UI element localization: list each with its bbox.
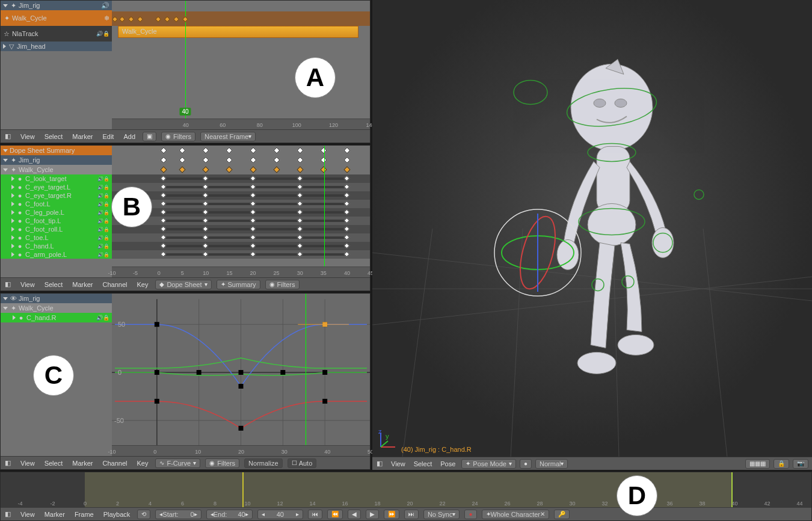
dope-rig-row[interactable]: ✦ Jim_rig <box>1 155 112 165</box>
auto-toggle[interactable]: ☐ Auto <box>288 458 317 468</box>
insert-key-icon[interactable]: 🔑 <box>554 510 570 519</box>
expand-icon[interactable] <box>13 315 16 320</box>
expand-icon[interactable] <box>3 159 8 162</box>
menu-view[interactable]: View <box>18 458 37 468</box>
svg-rect-24 <box>155 370 159 375</box>
expand-icon[interactable] <box>3 297 8 300</box>
menu-view[interactable]: View <box>18 132 37 141</box>
nla-track-jim-rig[interactable]: ✦ Jim_rig 🔊 <box>1 1 112 10</box>
expand-icon[interactable] <box>3 168 8 171</box>
summary-toggle[interactable]: ✦ Summary <box>217 280 260 289</box>
playhead[interactable] <box>306 294 306 456</box>
menu-view[interactable]: View <box>18 510 37 519</box>
prev-key-icon[interactable]: ⏪ <box>327 510 343 519</box>
normalize-toggle[interactable]: Normalize <box>244 458 283 468</box>
editor-type-icon[interactable]: ◧ <box>376 460 383 467</box>
menu-marker[interactable]: Marker <box>70 458 95 468</box>
expand-icon[interactable] <box>3 149 8 152</box>
menu-marker[interactable]: Marker <box>70 280 95 289</box>
jump-end-icon[interactable]: ⏭ <box>404 510 419 519</box>
dope-summary-row[interactable]: Dope Sheet Summary <box>1 146 112 155</box>
nla-track-nlatrack[interactable]: ☆ NlaTrack 🔊🔒 <box>1 26 112 42</box>
keying-set[interactable]: ✦ Whole Character ✕ <box>482 510 550 519</box>
menu-edit[interactable]: Edit <box>100 132 116 141</box>
nla-track-jim-head[interactable]: ▽ Jim_head <box>1 42 112 51</box>
rewind-icon[interactable]: ⟲ <box>137 510 150 519</box>
menu-select[interactable]: Select <box>42 280 66 289</box>
shading-dropdown[interactable]: Normal ▾ <box>535 459 568 469</box>
layers-widget[interactable]: ▦▦▦ <box>745 459 770 469</box>
menu-playback[interactable]: Playback <box>101 510 133 519</box>
record-button[interactable]: ● <box>464 510 476 519</box>
menu-view[interactable]: View <box>18 280 37 289</box>
nla-track-walk-cycle[interactable]: ✦ Walk_Cycle ❄ <box>1 10 112 26</box>
graph-channel-row[interactable]: ● C_hand.R 🔊🔒 <box>1 313 112 322</box>
menu-key[interactable]: Key <box>134 458 150 468</box>
expand-icon[interactable] <box>3 44 6 49</box>
render-icon[interactable]: 📷 <box>793 459 808 469</box>
mode-dropdown[interactable]: ∿ F-Curve ▾ <box>155 458 200 468</box>
play-reverse-icon[interactable]: ◀ <box>348 510 361 519</box>
dope-channel-0[interactable]: ●C_look_target🔊🔒 <box>1 174 112 183</box>
menu-marker[interactable]: Marker <box>42 510 67 519</box>
dope-channel-6[interactable]: ●C_foot_roll.L🔊🔒 <box>1 225 112 233</box>
mode-dropdown[interactable]: ◆ Dope Sheet ▾ <box>155 280 211 289</box>
rotation-gizmo[interactable] <box>490 205 586 301</box>
menu-add[interactable]: Add <box>121 132 138 141</box>
graph-curve-area[interactable]: 500-50 40 <box>112 294 370 456</box>
graph-rig-row[interactable]: 👁 Jim_rig <box>1 294 112 303</box>
graph-ruler[interactable]: -1001020304050 <box>112 445 370 456</box>
menu-pose[interactable]: Pose <box>438 459 458 469</box>
filters-button[interactable]: ◉ Filters <box>161 132 195 141</box>
start-field[interactable]: ◂ Start: 0 ▸ <box>155 510 201 519</box>
expand-icon[interactable] <box>3 4 8 7</box>
dope-channel-2[interactable]: ●C_eye_target.R🔊🔒 <box>1 191 112 200</box>
filters-button[interactable]: ◉ Filters <box>205 458 239 468</box>
mode-dropdown[interactable]: ✦ Pose Mode ▾ <box>461 459 516 469</box>
cursor-button[interactable]: ▣ <box>143 132 156 141</box>
nla-ruler[interactable]: 406080100120140 <box>112 119 370 129</box>
dope-channel-8[interactable]: ●C_hand.L🔊🔒 <box>1 242 112 250</box>
next-key-icon[interactable]: ⏩ <box>384 510 399 519</box>
lock-camera-icon[interactable]: 🔒 <box>774 459 789 469</box>
menu-frame[interactable]: Frame <box>72 510 96 519</box>
dope-channel-3[interactable]: ●C_foot.L🔊🔒 <box>1 200 112 208</box>
editor-type-icon[interactable]: ◧ <box>4 281 11 288</box>
menu-select[interactable]: Select <box>42 132 66 141</box>
menu-channel[interactable]: Channel <box>100 458 129 468</box>
dope-channel-5[interactable]: ●C_foot_tip.L🔊🔒 <box>1 217 112 225</box>
menu-channel[interactable]: Channel <box>100 280 129 289</box>
frame-field[interactable]: ◂ 40 ▸ <box>257 510 303 519</box>
dope-channel-9[interactable]: ●C_arm_pole.L🔊🔒 <box>1 250 112 259</box>
dope-channel-1[interactable]: ●C_eye_target.L🔊🔒 <box>1 183 112 191</box>
editor-type-icon[interactable]: ◧ <box>4 460 11 467</box>
play-icon[interactable]: ▶ <box>366 510 379 519</box>
jump-start-icon[interactable]: ⏮ <box>308 510 322 519</box>
dope-channel-7[interactable]: ●C_toe.L🔊🔒 <box>1 233 112 242</box>
rig-label: Jim_rig <box>19 156 40 164</box>
sync-dropdown[interactable]: No Sync ▾ <box>423 510 460 519</box>
action-strip[interactable]: Walk_Cycle <box>118 26 358 38</box>
menu-select[interactable]: Select <box>411 459 435 469</box>
expand-icon[interactable] <box>3 307 8 310</box>
eye-icon[interactable]: 👁 <box>10 295 17 302</box>
menu-key[interactable]: Key <box>134 280 150 289</box>
dope-channel-4[interactable]: ●C_leg_pole.L🔊🔒 <box>1 208 112 217</box>
filters-button[interactable]: ◉ Filters <box>265 280 300 289</box>
editor-type-icon[interactable]: ◧ <box>4 511 11 518</box>
shading-solid[interactable]: ● <box>520 459 532 469</box>
menu-select[interactable]: Select <box>42 458 66 468</box>
snap-dropdown[interactable]: Nearest Frame ▾ <box>200 132 256 141</box>
graph-action-row[interactable]: ✦ Walk_Cycle <box>1 303 112 313</box>
menu-marker[interactable]: Marker <box>70 132 95 141</box>
menu-view[interactable]: View <box>389 459 408 469</box>
dope-action-row[interactable]: ✦ Walk_Cycle <box>1 165 112 174</box>
speaker-icon[interactable]: 🔊 <box>101 2 109 10</box>
snowflake-icon[interactable]: ❄ <box>104 14 109 22</box>
timeline-track-area[interactable]: -4-2024681012141618202224262830323638404… <box>1 472 811 507</box>
end-field[interactable]: ◂ End: 40 ▸ <box>206 510 253 519</box>
playhead[interactable] <box>324 146 325 277</box>
viewport-panel[interactable]: User Persp <box>372 0 812 470</box>
dope-ruler[interactable]: -10-5051015202530354045 <box>112 267 370 277</box>
editor-type-icon[interactable]: ◧ <box>4 133 11 140</box>
